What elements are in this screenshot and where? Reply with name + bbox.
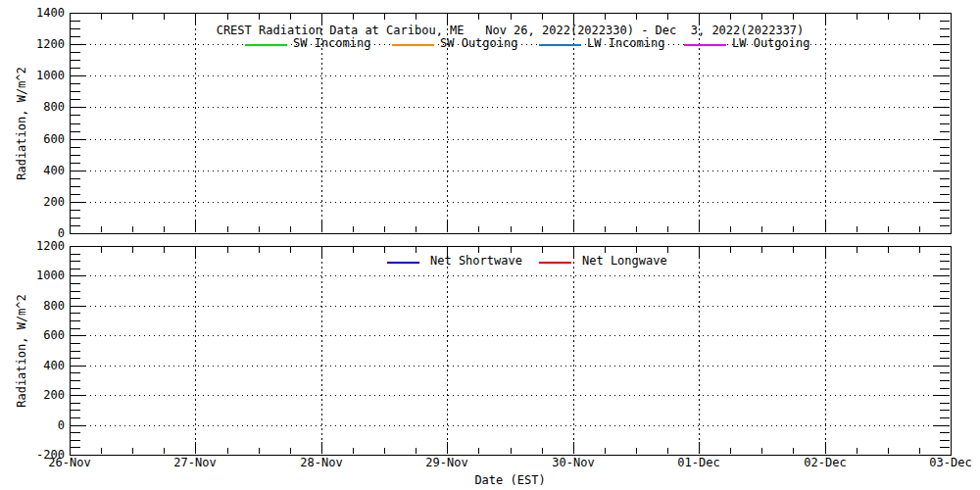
legend-line-sw-incoming <box>245 44 287 46</box>
legend-line-net-longwave <box>539 262 571 264</box>
plot-frame <box>71 247 952 456</box>
legend-label-sw-outgoing: SW Outgoing <box>440 36 517 50</box>
legend-line-net-shortwave <box>387 262 419 264</box>
x-tick-label: 26-Nov <box>48 456 90 469</box>
chart-title: CREST Radiation Data at Caribou, ME Nov … <box>70 24 951 37</box>
chart-axes-grid-layer: 0200400600800100012001400-20002004006008… <box>0 0 980 490</box>
y-tick-label: 0 <box>58 418 65 432</box>
legend-line-lw-incoming <box>539 44 581 46</box>
y-tick-label: 600 <box>43 132 65 146</box>
y-tick-label: 1000 <box>36 269 65 282</box>
legend-label-net-shortwave: Net Shortwave <box>430 254 522 268</box>
x-tick-label: 30-Nov <box>552 456 594 469</box>
legend-label-sw-incoming: SW Incoming <box>293 36 370 50</box>
x-axis-label: Date (EST) <box>70 473 951 487</box>
x-tick-label: 01-Dec <box>677 456 719 469</box>
y-tick-label: 600 <box>43 328 65 342</box>
legend-line-lw-outgoing <box>684 44 726 46</box>
x-tick-label: 02-Dec <box>804 456 846 469</box>
y-tick-label: 400 <box>43 359 65 372</box>
y-tick-label: 1400 <box>36 6 65 20</box>
y-tick-label: 800 <box>43 100 65 114</box>
y-tick-label: 400 <box>43 164 65 177</box>
x-tick-label: 29-Nov <box>425 456 467 469</box>
legend-label-lw-incoming: LW Incoming <box>587 36 664 50</box>
legend-line-sw-outgoing <box>392 44 434 46</box>
y-tick-label: 1000 <box>36 69 65 82</box>
x-tick-label: 03-Dec <box>929 456 971 469</box>
y-axis-label-top: Radiation, W/m^2 <box>15 67 28 180</box>
y-tick-label: 200 <box>43 195 65 209</box>
y-axis-label-bottom: Radiation, W/m^2 <box>15 294 28 408</box>
y-tick-label: 0 <box>58 226 65 240</box>
x-tick-label: 28-Nov <box>300 456 342 469</box>
y-tick-label: 1200 <box>36 239 65 253</box>
legend-label-net-longwave: Net Longwave <box>582 254 667 268</box>
x-tick-label: 27-Nov <box>173 456 216 469</box>
radiation-chart-figure: 0200400600800100012001400-20002004006008… <box>0 0 980 490</box>
y-tick-label: 200 <box>43 388 65 402</box>
y-tick-label: 800 <box>43 299 65 313</box>
legend-label-lw-outgoing: LW Outgoing <box>732 36 809 50</box>
y-tick-label: 1200 <box>36 37 65 51</box>
